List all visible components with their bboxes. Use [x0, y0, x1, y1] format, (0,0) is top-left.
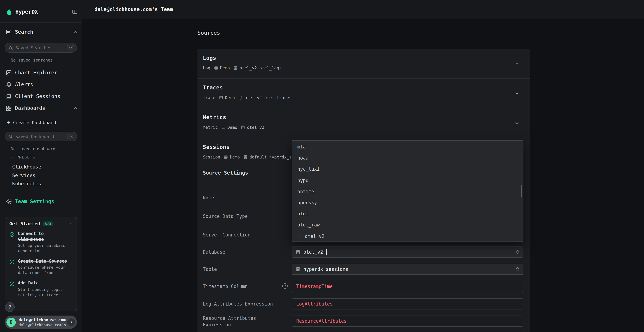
- source-card-traces[interactable]: Traces Trace Demo otel_v2.otel_traces: [198, 79, 530, 108]
- dropdown-option[interactable]: opensky: [292, 197, 523, 208]
- no-saved-dashboards-text: No saved dashboards: [11, 146, 58, 151]
- saved-searches-input[interactable]: Saved Searches ⌘K: [5, 43, 77, 52]
- no-saved-searches-text: No saved searches: [11, 58, 53, 62]
- sidebar-item-chart-explorer[interactable]: Chart Explorer: [6, 68, 78, 77]
- saved-searches-placeholder: Saved Searches: [16, 45, 52, 50]
- label-log-attributes: Log Attributes Expression: [203, 301, 289, 306]
- nav-label: Client Sessions: [15, 94, 60, 99]
- database-icon: [241, 125, 245, 130]
- get-started-header[interactable]: Get Started 3/3: [9, 221, 72, 226]
- chevron-down-icon[interactable]: [514, 91, 520, 96]
- create-dashboard-label: Create Dashboard: [13, 120, 56, 125]
- sidebar-item-alerts[interactable]: Alerts: [6, 80, 78, 89]
- team-settings-link[interactable]: Team Settings: [6, 198, 78, 205]
- resource-attributes-value: ResourceAttributes: [296, 318, 347, 324]
- grid-icon: [6, 105, 12, 111]
- resource-attributes-input[interactable]: ResourceAttributes: [292, 316, 524, 327]
- dropdown-option[interactable]: nyc_taxi: [292, 164, 523, 175]
- log-attributes-input[interactable]: LogAttributes: [292, 298, 524, 310]
- chevron-up-icon: [73, 106, 78, 110]
- task-create-data-sources[interactable]: Create Data Sources Configure where your…: [9, 259, 72, 276]
- source-card-logs[interactable]: Logs Log Demo otel_v2.otel_logs: [198, 49, 530, 79]
- get-started-progress-badge: 3/3: [43, 222, 53, 226]
- shortcut-badge: ⌘K: [67, 134, 74, 139]
- logo-row: HyperDX: [6, 7, 78, 16]
- team-settings-label: Team Settings: [15, 198, 54, 204]
- source-card-metrics[interactable]: Metrics Metric Demo otel_v2: [198, 108, 530, 138]
- dropdown-option-label: otel_v2: [305, 234, 324, 239]
- chevron-up-icon: [73, 30, 78, 34]
- page-title: Sources: [198, 30, 220, 36]
- user-menu[interactable]: D dale@clickhouse.com dale@clickhouse.co…: [5, 316, 77, 329]
- source-connection: Demo: [225, 95, 235, 100]
- search-icon: [8, 46, 13, 50]
- label-timestamp-column: Timestamp Column: [203, 284, 271, 289]
- check-circle-icon: [9, 281, 15, 298]
- presets-toggle[interactable]: PRESETS: [11, 155, 35, 160]
- scrollbar-thumb[interactable]: [521, 185, 522, 198]
- sidebar-item-client-sessions[interactable]: Client Sessions: [6, 92, 78, 100]
- preset-services[interactable]: Services: [12, 172, 36, 178]
- dropdown-option[interactable]: nypd: [292, 175, 523, 186]
- timestamp-column-value: TimestampTime: [296, 284, 333, 289]
- nav-label: Dashboards: [15, 105, 45, 111]
- cropped-input[interactable]: [292, 330, 524, 332]
- saved-dashboards-input[interactable]: Saved Dashboards ⌘K: [5, 132, 77, 141]
- label-source-data-type: Source Data Type: [203, 214, 289, 219]
- sidebar-item-dashboards[interactable]: Dashboards: [6, 104, 78, 112]
- chart-icon: [6, 70, 12, 76]
- nav-label: Chart Explorer: [15, 70, 57, 76]
- dropdown-option[interactable]: noaa: [292, 152, 523, 164]
- preset-kubernetes[interactable]: Kubernetes: [12, 181, 41, 186]
- label-server-connection: Server Connection: [203, 232, 289, 238]
- check-circle-icon: [9, 232, 15, 254]
- server-icon: [214, 66, 218, 70]
- source-name: Traces: [203, 84, 520, 91]
- chevron-down-icon[interactable]: [514, 120, 520, 126]
- table-select[interactable]: hyperdx_sessions: [292, 264, 524, 275]
- label-database: Database: [203, 249, 289, 255]
- dropdown-option-selected[interactable]: otel_v2: [292, 230, 523, 242]
- search-icon: [8, 134, 13, 139]
- database-value: otel_v2: [304, 249, 323, 255]
- topbar: dale@clickhouse.com's Team: [82, 0, 644, 19]
- source-type: Metric: [203, 125, 218, 130]
- title-divider: [198, 42, 530, 42]
- help-circle-icon[interactable]: ?: [282, 283, 288, 289]
- hyperdx-logo-icon: [6, 8, 12, 15]
- dropdown-option[interactable]: ontime: [292, 186, 523, 197]
- text-cursor: [326, 249, 327, 255]
- help-button[interactable]: ?: [5, 302, 15, 312]
- source-connection: Demo: [220, 66, 230, 70]
- task-title: Connect to ClickHouse: [18, 231, 68, 242]
- source-name: Logs: [203, 55, 520, 61]
- sidebar-divider: [0, 22, 82, 22]
- source-target: default.hyperdx_s: [249, 154, 292, 160]
- sidebar-section-search[interactable]: Search: [6, 28, 78, 36]
- user-org: dale@clickhouse.com's: [18, 323, 66, 327]
- timestamp-column-input[interactable]: TimestampTime: [292, 281, 524, 292]
- dropdown-option[interactable]: otel: [292, 208, 523, 219]
- create-dashboard-button[interactable]: + Create Dashboard: [7, 120, 56, 125]
- main-area: dale@clickhouse.com's Team Sources Logs …: [82, 0, 644, 332]
- presets-label: PRESETS: [16, 155, 35, 160]
- preset-clickhouse[interactable]: ClickHouse: [12, 164, 41, 170]
- chevron-down-icon: [11, 156, 14, 159]
- chevron-right-icon[interactable]: [67, 318, 75, 326]
- source-connection: Demo: [227, 125, 237, 130]
- task-connect-clickhouse[interactable]: Connect to ClickHouse Set up your databa…: [9, 231, 72, 254]
- task-desc: Configure where your data comes from: [18, 265, 68, 276]
- dropdown-option[interactable]: mta: [292, 141, 523, 152]
- source-connection: Demo: [230, 154, 240, 160]
- collapse-sidebar-icon[interactable]: [72, 9, 78, 15]
- database-select[interactable]: otel_v2: [292, 246, 524, 258]
- chevron-up-icon: [68, 222, 72, 226]
- chevron-down-icon[interactable]: [514, 61, 520, 66]
- task-add-data[interactable]: Add Data Start sending logs, metrics, or…: [9, 280, 72, 298]
- brand-name: HyperDX: [16, 8, 38, 15]
- dropdown-option[interactable]: otel_raw: [292, 220, 523, 230]
- user-name: dale@clickhouse.com: [18, 317, 66, 322]
- gear-icon: [6, 198, 12, 204]
- select-carets-icon: [516, 266, 520, 272]
- table-value: hyperdx_sessions: [304, 266, 348, 272]
